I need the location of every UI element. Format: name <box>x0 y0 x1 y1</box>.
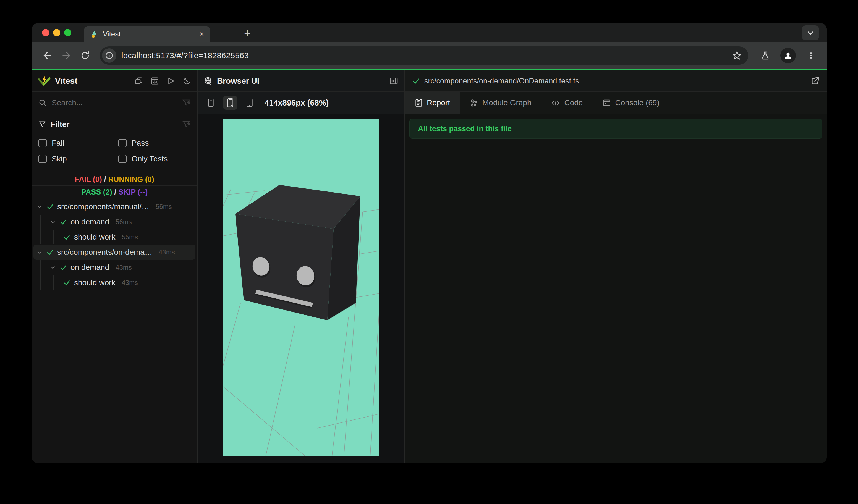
browser-window: Vitest × + localhost:5173/#/?file=182862… <box>32 23 827 463</box>
vitest-app: Vitest <box>32 70 827 463</box>
filter-panel: Filter Fail Pass <box>32 114 197 169</box>
back-icon[interactable] <box>39 48 55 64</box>
tree-file-row-selected[interactable]: src/components/on-dema… 43ms <box>33 245 195 260</box>
report-content: All tests passed in this file <box>405 114 827 463</box>
checkbox-icon[interactable] <box>38 155 47 163</box>
pass-check-icon <box>412 77 420 85</box>
tree-test-row[interactable]: should work 55ms <box>32 229 197 245</box>
filter-title: Filter <box>51 120 69 129</box>
open-external-icon[interactable] <box>811 77 820 85</box>
checkbox-icon[interactable] <box>118 155 127 163</box>
new-tab-button[interactable]: + <box>244 27 251 39</box>
indent-guide <box>40 215 41 244</box>
tab-search-button[interactable] <box>802 26 819 40</box>
search-input[interactable] <box>52 98 177 107</box>
browser-toolbar: localhost:5173/#/?file=1828625563 <box>32 42 827 69</box>
browser-menu-icon[interactable] <box>803 48 819 64</box>
sidebar-actions <box>134 77 191 85</box>
test-summary: FAIL (0) / RUNNING (0) PASS (2) / SKIP (… <box>32 169 197 199</box>
checkbox-icon[interactable] <box>118 139 127 147</box>
tab-module-graph[interactable]: Module Graph <box>460 92 541 114</box>
funnel-icon <box>38 120 46 128</box>
tab-console[interactable]: Console (69) <box>593 92 669 114</box>
pass-count: PASS (2) <box>81 188 112 196</box>
clear-search-filter-icon[interactable] <box>182 99 190 107</box>
duration: 55ms <box>122 233 138 241</box>
ungroup-windows-icon[interactable] <box>134 77 143 85</box>
search-icon <box>38 99 47 107</box>
reload-icon[interactable] <box>77 48 93 64</box>
running-count: RUNNING (0) <box>108 175 154 183</box>
maximize-window-button[interactable] <box>64 29 71 36</box>
preview-area <box>197 114 404 463</box>
clear-filter-icon[interactable] <box>182 120 190 129</box>
pass-check-icon <box>46 249 54 256</box>
tree-suite-row[interactable]: on demand 56ms <box>32 214 197 229</box>
all-tests-passed-banner: All tests passed in this file <box>409 119 822 139</box>
panel-title: Browser UI <box>217 77 259 86</box>
forward-icon[interactable] <box>58 48 74 64</box>
chevron-down-icon[interactable] <box>49 218 56 225</box>
duration: 43ms <box>122 279 138 287</box>
tab-code[interactable]: Code <box>541 92 593 114</box>
filter-options: Fail Pass Skip Only Tests <box>38 135 190 167</box>
tab-close-icon[interactable]: × <box>199 30 204 38</box>
experiments-flask-icon[interactable] <box>757 48 773 64</box>
report-tabs: Report Module Graph Code Console (69) <box>405 92 827 114</box>
pass-check-icon <box>60 264 67 271</box>
search-row <box>32 92 197 114</box>
browser-ui-header: Browser UI <box>197 70 404 92</box>
indent-guide <box>53 230 54 244</box>
device-phone-plus-icon[interactable] <box>223 96 237 110</box>
chevron-down-icon[interactable] <box>49 264 56 271</box>
minimize-window-button[interactable] <box>53 29 60 36</box>
device-phone-icon[interactable] <box>204 96 218 110</box>
filter-checkbox-pass[interactable]: Pass <box>118 135 190 151</box>
dashboard-icon[interactable] <box>150 77 159 85</box>
chevron-down-icon[interactable] <box>36 249 43 256</box>
tree-file-row[interactable]: src/components/manual/… 56ms <box>32 199 197 214</box>
checkbox-icon[interactable] <box>38 139 47 147</box>
pass-check-icon <box>46 203 54 210</box>
profile-avatar[interactable] <box>780 48 796 63</box>
sidebar-header: Vitest <box>32 70 197 92</box>
indent-guide <box>53 276 54 290</box>
traffic-lights <box>42 29 71 36</box>
report-panel: src/components/on-demand/OnDemand.test.t… <box>405 70 827 463</box>
chevron-down-icon[interactable] <box>36 204 43 210</box>
url-bar[interactable]: localhost:5173/#/?file=1828625563 <box>100 46 748 65</box>
bookmark-star-icon[interactable] <box>732 51 746 60</box>
tested-component-iframe[interactable] <box>223 119 379 456</box>
browser-tab[interactable]: Vitest × <box>84 26 210 42</box>
url-input[interactable]: localhost:5173/#/?file=1828625563 <box>121 51 727 60</box>
tab-report[interactable]: Report <box>405 92 460 114</box>
duration: 56ms <box>156 203 172 211</box>
filter-checkbox-only-tests[interactable]: Only Tests <box>118 151 190 167</box>
pass-check-icon <box>63 233 70 241</box>
close-window-button[interactable] <box>42 29 49 36</box>
site-info-icon[interactable] <box>102 48 116 63</box>
skip-count: SKIP (--) <box>118 188 148 196</box>
app-title: Vitest <box>55 76 77 86</box>
dark-mode-moon-icon[interactable] <box>183 77 191 85</box>
device-toolbar: 414x896px (68%) <box>197 92 404 114</box>
vitest-favicon <box>90 30 98 38</box>
test-file-path: src/components/on-demand/OnDemand.test.t… <box>424 77 579 85</box>
tree-test-row[interactable]: should work 43ms <box>32 275 197 290</box>
report-header: src/components/on-demand/OnDemand.test.t… <box>405 70 827 92</box>
test-tree: src/components/manual/… 56ms on demand 5… <box>32 199 197 463</box>
filter-checkbox-skip[interactable]: Skip <box>38 151 118 167</box>
indent-guide <box>40 260 41 290</box>
tab-strip: Vitest × + <box>32 23 827 42</box>
dock-panel-icon[interactable] <box>390 77 398 85</box>
filter-checkbox-fail[interactable]: Fail <box>38 135 118 151</box>
tab-title: Vitest <box>103 30 195 38</box>
pass-check-icon <box>60 218 67 226</box>
run-all-icon[interactable] <box>167 77 175 85</box>
duration: 43ms <box>159 248 175 256</box>
globe-icon <box>204 77 212 85</box>
sidebar: Vitest <box>32 70 197 463</box>
browser-ui-panel: Browser UI 414x896px (68%) <box>197 70 405 463</box>
tree-suite-row[interactable]: on demand 43ms <box>32 260 197 275</box>
device-tablet-icon[interactable] <box>242 96 257 110</box>
